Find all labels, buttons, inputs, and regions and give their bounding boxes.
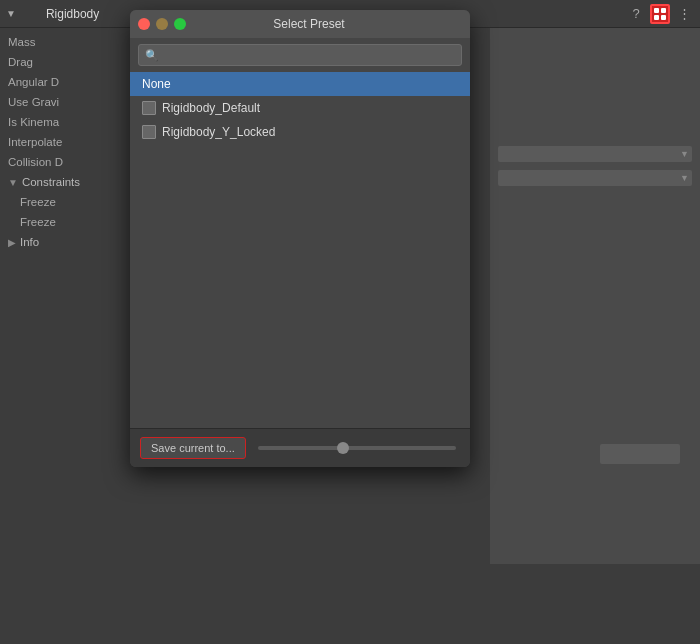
interpolate-dropdown[interactable]: ▼ — [498, 146, 692, 162]
dialog-search-area: 🔍 — [130, 38, 470, 72]
save-current-label: Save current to... — [151, 442, 235, 454]
more-options-button[interactable]: ⋮ — [674, 4, 694, 24]
minimize-button[interactable] — [156, 18, 168, 30]
preset-y-locked-icon — [142, 125, 156, 139]
save-current-button[interactable]: Save current to... — [140, 437, 246, 459]
preset-default-label: Rigidbody_Default — [162, 101, 260, 115]
collision-dropdown[interactable]: ▼ — [498, 170, 692, 186]
dialog-titlebar: Select Preset — [130, 10, 470, 38]
slider-thumb[interactable] — [337, 442, 349, 454]
right-panel: ▼ ▼ — [490, 28, 700, 564]
prop-mass-label: Mass — [8, 36, 128, 48]
preset-none-label: None — [142, 77, 171, 91]
preset-button[interactable] — [650, 4, 670, 24]
close-button[interactable] — [138, 18, 150, 30]
value-box — [600, 444, 680, 464]
main-panel: ▼ Rigidbody ? ⋮ ▼ — [0, 0, 700, 644]
info-label: Info — [20, 236, 39, 248]
search-icon: 🔍 — [145, 49, 159, 62]
preset-list: None Rigidbody_Default Rigidbody_Y_Locke… — [130, 72, 470, 144]
preset-item-y-locked[interactable]: Rigidbody_Y_Locked — [130, 120, 470, 144]
dialog-title: Select Preset — [156, 17, 462, 31]
prop-is-kinematic-label: Is Kinema — [8, 116, 128, 128]
prop-collision-label: Collision D — [8, 156, 128, 168]
preset-item-none[interactable]: None — [130, 72, 470, 96]
dialog-bottom: Save current to... — [130, 428, 470, 467]
select-preset-dialog: Select Preset 🔍 None Rigidbody_Default R… — [130, 10, 470, 467]
collapse-arrow[interactable]: ▼ — [6, 8, 16, 19]
svg-rect-3 — [661, 15, 666, 20]
constraints-label: Constraints — [22, 176, 80, 188]
dialog-spacer — [130, 144, 470, 424]
prop-drag-label: Drag — [8, 56, 128, 68]
component-icon — [22, 5, 40, 23]
preset-y-locked-label: Rigidbody_Y_Locked — [162, 125, 275, 139]
prop-angular-drag-label: Angular D — [8, 76, 128, 88]
freeze-position-label: Freeze — [20, 196, 140, 208]
preset-item-default[interactable]: Rigidbody_Default — [130, 96, 470, 120]
svg-rect-0 — [654, 8, 659, 13]
constraints-arrow: ▼ — [8, 177, 18, 188]
svg-rect-2 — [654, 15, 659, 20]
info-arrow: ▶ — [8, 237, 16, 248]
slider-track — [258, 446, 456, 450]
search-input[interactable] — [163, 48, 455, 62]
freeze-rotation-label: Freeze — [20, 216, 140, 228]
preset-default-icon — [142, 101, 156, 115]
svg-rect-1 — [661, 8, 666, 13]
prop-use-gravity-label: Use Gravi — [8, 96, 128, 108]
preset-icon — [653, 7, 667, 21]
header-actions: ? ⋮ — [626, 4, 694, 24]
search-input-wrap[interactable]: 🔍 — [138, 44, 462, 66]
help-button[interactable]: ? — [626, 4, 646, 24]
prop-interpolate-label: Interpolate — [8, 136, 128, 148]
